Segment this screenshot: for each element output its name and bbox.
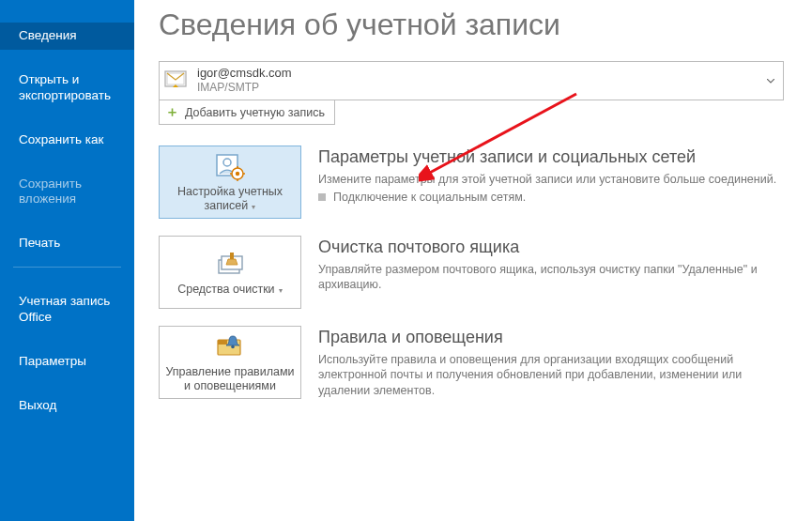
sidebar-item-options[interactable]: Параметры xyxy=(0,348,134,375)
card-cleanup-tools[interactable]: Средства очистки ▾ xyxy=(159,236,301,309)
section-link-social[interactable]: Подключение к социальным сетям. xyxy=(318,191,784,204)
section-text: Используйте правила и оповещения для орг… xyxy=(318,352,784,400)
account-text: igor@cmsdk.com IMAP/SMTP xyxy=(192,62,758,100)
page-title: Сведения об учетной записи xyxy=(159,8,784,42)
sidebar-item-info[interactable]: Сведения xyxy=(0,23,134,50)
card-label: Настройка учетных записей ▾ xyxy=(165,185,295,213)
rules-icon xyxy=(214,333,246,361)
svg-rect-14 xyxy=(218,340,227,345)
section-account-settings: Настройка учетных записей ▾ Параметры уч… xyxy=(159,146,784,219)
sidebar-item-label: Открыть и экспортировать xyxy=(19,72,111,102)
section-text: Управляйте размером почтового ящика, исп… xyxy=(318,262,784,294)
sidebar-item-save-as[interactable]: Сохранить как xyxy=(0,127,134,154)
sidebar-item-print[interactable]: Печать xyxy=(0,230,134,257)
section-title: Правила и оповещения xyxy=(318,328,784,348)
mailbox-icon xyxy=(160,62,192,100)
main-panel: Сведения об учетной записи igor@cmsdk.co… xyxy=(134,0,812,521)
backstage-sidebar: Сведения Открыть и экспортировать Сохран… xyxy=(0,0,134,521)
sidebar-item-label: Выход xyxy=(19,398,56,412)
section-title: Параметры учетной записи и социальных се… xyxy=(318,147,784,168)
sidebar-item-exit[interactable]: Выход xyxy=(0,392,134,420)
plus-icon: ＋ xyxy=(165,103,179,121)
add-account-label: Добавить учетную запись xyxy=(185,106,325,119)
sidebar-item-label: Параметры xyxy=(19,354,86,368)
account-selector[interactable]: igor@cmsdk.com IMAP/SMTP xyxy=(159,61,784,100)
account-protocol: IMAP/SMTP xyxy=(197,81,753,94)
card-label: Управление правилами и оповещениями xyxy=(165,365,295,393)
sidebar-item-label: Учетная запись Office xyxy=(19,294,110,324)
bullet-icon xyxy=(318,193,326,201)
sidebar-item-office-account[interactable]: Учетная запись Office xyxy=(0,288,134,331)
svg-point-15 xyxy=(231,345,235,349)
sidebar-item-label: Печать xyxy=(19,236,60,250)
section-cleanup: Средства очистки ▾ Очистка почтового ящи… xyxy=(159,236,784,309)
svg-point-9 xyxy=(236,172,239,176)
chevron-down-icon: ▾ xyxy=(277,286,283,295)
chevron-down-icon: ▾ xyxy=(250,203,255,211)
sidebar-item-save-attachments: Сохранить вложения xyxy=(0,171,134,214)
section-title: Очистка почтового ящика xyxy=(318,238,784,258)
section-rules: Управление правилами и оповещениями Прав… xyxy=(159,326,784,399)
sidebar-item-label: Сохранить как xyxy=(19,132,103,146)
svg-point-3 xyxy=(223,159,231,166)
section-text: Измените параметры для этой учетной запи… xyxy=(318,172,784,188)
add-account-button[interactable]: ＋ Добавить учетную запись xyxy=(159,100,335,125)
card-account-settings[interactable]: Настройка учетных записей ▾ xyxy=(159,146,301,219)
cleanup-icon xyxy=(214,251,246,279)
account-settings-icon xyxy=(214,153,246,181)
section-link-label: Подключение к социальным сетям. xyxy=(333,191,526,204)
account-dropdown-button[interactable] xyxy=(758,62,783,100)
card-rules-alerts[interactable]: Управление правилами и оповещениями xyxy=(159,326,301,399)
chevron-down-icon xyxy=(767,79,774,84)
sidebar-separator xyxy=(13,267,121,268)
card-label: Средства очистки ▾ xyxy=(177,283,283,297)
account-email: igor@cmsdk.com xyxy=(197,66,753,81)
svg-rect-12 xyxy=(230,253,234,259)
sidebar-item-label: Сведения xyxy=(19,28,77,42)
sidebar-item-open-export[interactable]: Открыть и экспортировать xyxy=(0,67,134,110)
sidebar-item-label: Сохранить вложения xyxy=(19,176,82,207)
